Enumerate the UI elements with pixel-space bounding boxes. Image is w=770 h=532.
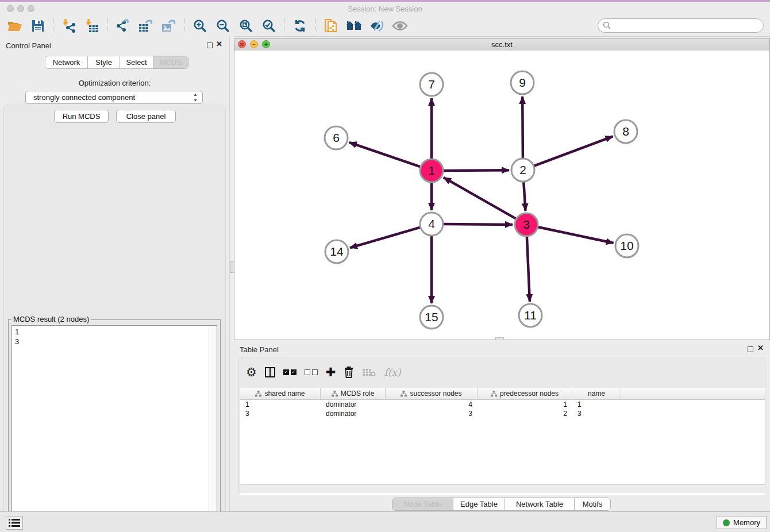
zoom-out-icon <box>216 19 230 33</box>
refresh-layout-button[interactable] <box>290 17 310 34</box>
node-label: 15 <box>425 310 438 323</box>
show-columns-button[interactable] <box>265 365 275 380</box>
table-settings-button[interactable]: ⚙ <box>246 365 257 380</box>
table-cell[interactable]: 1 <box>572 400 621 408</box>
titlebar: Session: New Session <box>0 2 770 16</box>
column-header-shared-name[interactable]: shared name <box>240 388 321 399</box>
table-cell[interactable]: 3 <box>386 410 478 418</box>
result-scrollbar[interactable] <box>209 326 217 532</box>
graph-node-6[interactable]: 6 <box>325 126 348 149</box>
graphics-details-button[interactable] <box>367 17 387 34</box>
table-cell[interactable]: dominator <box>321 410 386 418</box>
task-history-button[interactable] <box>6 516 23 530</box>
deselect-all-button[interactable] <box>305 365 318 380</box>
edge-2-9[interactable] <box>522 97 523 158</box>
tab-style[interactable]: Style <box>87 56 120 68</box>
graph-node-3[interactable]: 3 <box>515 213 538 236</box>
tab-select[interactable]: Select <box>120 56 153 68</box>
export-network-button[interactable] <box>113 17 133 34</box>
open-session-button[interactable] <box>5 17 25 34</box>
graph-node-15[interactable]: 15 <box>420 306 443 329</box>
graph-node-9[interactable]: 9 <box>511 71 534 94</box>
network-window-titlebar[interactable]: ✕ − + scc.txt <box>234 38 769 51</box>
clone-network-button[interactable] <box>321 17 341 34</box>
edge-2-3[interactable] <box>523 182 525 211</box>
graph-node-1[interactable]: 1 <box>420 159 443 182</box>
home-button[interactable] <box>344 17 364 34</box>
select-all-button[interactable]: ✓✓ <box>283 365 297 380</box>
table-cell[interactable]: dominator <box>321 400 386 408</box>
edge-2-8[interactable] <box>534 136 613 165</box>
tab-edge-table[interactable]: Edge Table <box>453 498 505 510</box>
column-header-MCDS-role[interactable]: MCDS role <box>321 388 386 399</box>
trash-icon <box>344 366 354 379</box>
column-header-predecessor-nodes[interactable]: predecessor nodes <box>478 388 572 399</box>
tab-node-table[interactable]: Node Table <box>392 498 453 510</box>
edge-1-2[interactable] <box>444 170 509 171</box>
graph-node-4[interactable]: 4 <box>420 213 443 236</box>
export-table-button[interactable] <box>136 17 156 34</box>
delete-row-button[interactable] <box>344 365 354 380</box>
save-session-button[interactable] <box>28 17 48 34</box>
edge-3-11[interactable] <box>527 237 530 302</box>
column-header-successor-nodes[interactable]: successor nodes <box>386 388 478 399</box>
zoom-selected-button[interactable] <box>259 17 279 34</box>
toolbar-divider <box>53 18 54 33</box>
import-network-button[interactable] <box>59 17 79 34</box>
edge-1-6[interactable] <box>349 142 420 167</box>
graph-node-10[interactable]: 10 <box>615 234 638 257</box>
zoom-out-button[interactable] <box>213 17 233 34</box>
close-panel-button[interactable]: Close panel <box>116 110 176 123</box>
column-header-label: predecessor nodes <box>500 390 559 398</box>
edge-4-14[interactable] <box>350 228 420 248</box>
tab-motifs[interactable]: Motifs <box>574 498 610 510</box>
criterion-dropdown[interactable]: strongly connected component ▲▼ <box>25 91 203 104</box>
function-builder-button: f(x) <box>384 365 401 380</box>
tab-network-table[interactable]: Network Table <box>505 498 574 510</box>
import-table-button[interactable] <box>82 17 102 34</box>
memory-button[interactable]: Memory <box>717 516 767 529</box>
graph-node-11[interactable]: 11 <box>519 304 542 327</box>
close-panel-icon[interactable]: ✕ <box>216 40 222 48</box>
table-row[interactable]: 3dominator323 <box>240 409 765 418</box>
graph-node-8[interactable]: 8 <box>614 120 637 143</box>
graph-node-14[interactable]: 14 <box>325 240 348 263</box>
table-cell[interactable]: 1 <box>240 400 321 408</box>
column-header-label: name <box>588 390 605 398</box>
eye-button[interactable] <box>390 17 410 34</box>
tab-network[interactable]: Network <box>45 56 87 68</box>
zoom-fit-button[interactable] <box>236 17 256 34</box>
search-input[interactable] <box>598 18 764 33</box>
table-cell[interactable]: 4 <box>386 400 478 408</box>
table-horizontal-scrollbar[interactable] <box>240 484 765 493</box>
column-type-icon <box>491 391 497 397</box>
open-folder-icon <box>7 20 22 32</box>
export-image-icon <box>161 18 177 33</box>
node-table[interactable]: shared nameMCDS rolesuccessor nodesprede… <box>240 388 765 495</box>
column-header-name[interactable]: name <box>572 388 621 399</box>
table-row[interactable]: 1dominator411 <box>240 400 765 409</box>
network-canvas[interactable]: 7968124314101511 <box>234 51 769 340</box>
graph-node-2[interactable]: 2 <box>511 159 534 182</box>
table-cell[interactable]: 3 <box>240 410 321 418</box>
table-header-row: shared nameMCDS rolesuccessor nodesprede… <box>240 388 765 400</box>
graph-node-7[interactable]: 7 <box>420 73 443 96</box>
toolbar-divider <box>284 18 285 33</box>
add-column-button[interactable]: ✚ <box>326 365 336 380</box>
table-cell[interactable]: 3 <box>572 410 621 418</box>
table-cell[interactable]: 2 <box>478 410 572 418</box>
tab-mcds[interactable]: MCDS <box>153 56 188 68</box>
export-image-button[interactable] <box>159 17 179 34</box>
edge-3-1[interactable] <box>444 178 516 219</box>
run-mcds-button[interactable]: Run MCDS <box>54 110 109 123</box>
zoom-fit-icon <box>239 19 253 33</box>
edge-4-3[interactable] <box>444 224 513 225</box>
table-cell[interactable]: 1 <box>478 400 572 408</box>
edge-3-10[interactable] <box>538 227 614 243</box>
network-graph[interactable]: 7968124314101511 <box>234 51 769 340</box>
float-panel-icon[interactable] <box>207 43 213 48</box>
status-bar: Memory <box>0 511 770 532</box>
float-table-panel-icon[interactable] <box>748 346 753 352</box>
zoom-in-button[interactable] <box>190 17 210 34</box>
close-table-panel-icon[interactable]: ✕ <box>757 344 764 352</box>
